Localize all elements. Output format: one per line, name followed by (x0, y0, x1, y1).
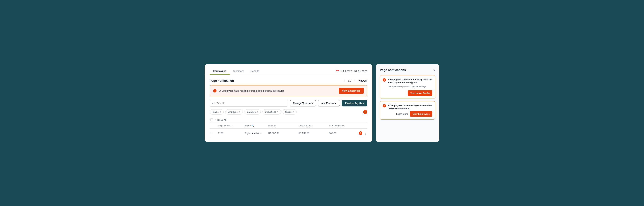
notification-card-2: ! 14 Employees have missing or incomplet… (380, 101, 435, 119)
page-notification-header: Page notification ‹ 2 /2 › View All (210, 79, 367, 83)
notif-1-desc: Configure leave pay out in pay run setti… (388, 85, 432, 88)
row-actions: ! ⋮ (359, 131, 367, 135)
filter-status[interactable]: Status ▼ (283, 109, 297, 114)
select-all-label: Select All (217, 119, 226, 121)
finalise-pay-run-button[interactable]: Finalise Pay Run (342, 100, 367, 106)
select-all-chevron[interactable]: ▼ (214, 119, 216, 121)
notif-2-primary-button[interactable]: View Employees (410, 111, 432, 117)
date-range-text: 1 Jul 2023 - 31 Jul 2023 (340, 70, 367, 73)
tab-employees[interactable]: Employees (210, 68, 230, 75)
filter-employee[interactable]: Employee ▼ (226, 109, 243, 114)
pagination-controls: ‹ 2 /2 › View All (343, 79, 367, 83)
filter-deductions[interactable]: Deductions ▼ (262, 109, 281, 114)
filter-deductions-label: Deductions (265, 111, 276, 113)
notification-card-1: ! 1 Employees scheduled for resignation … (380, 75, 435, 99)
close-panel-button[interactable]: × (433, 69, 435, 72)
row-more-button[interactable]: ⋮ (364, 131, 367, 135)
tabs-nav: Employees Summary Reports (210, 68, 263, 75)
pagination-prev[interactable]: ‹ (343, 79, 346, 83)
filter-earnings-label: Earnings (247, 111, 256, 113)
table-row: 1178 Joyce Mashaba R1,332.68 R1,332.68 R… (210, 129, 367, 138)
filter-warning-icon: ! (363, 110, 367, 114)
banner-warning-icon: ! (213, 89, 216, 93)
notif-1-title: 1 Employees scheduled for resignation bu… (388, 78, 432, 84)
notif-1-actions: View Leave Config (383, 90, 432, 96)
notification-banner-left: ! 14 Employees have missing or incomplet… (213, 89, 284, 93)
main-card: Employees Summary Reports 📅 1 Jul 2023 -… (204, 64, 372, 142)
row-warning-icon: ! (359, 131, 362, 135)
col-emp-no: Employee No. ↓ (218, 124, 245, 127)
notif-2-secondary-button[interactable]: Learn More (396, 113, 408, 115)
row-total-earnings: R1,332.68 (298, 132, 329, 134)
notification-banner-text: 14 Employees have missing or incomplete … (218, 90, 284, 92)
tab-summary[interactable]: Summary (230, 68, 247, 75)
page-notification-title: Page notification (210, 79, 234, 83)
notif-2-title: 14 Employees have missing or incomplete … (388, 104, 432, 110)
notif-1-primary-button[interactable]: View Leave Config (408, 90, 432, 96)
filter-bar: Teams ▼ Employee ▼ Earnings ▼ Deductions… (210, 109, 367, 114)
panel-title: Page notifications (380, 68, 406, 72)
row-name: Joyce Mashaba (245, 132, 268, 134)
sort-icon[interactable]: ↓ (232, 125, 234, 127)
notification-banner: ! 14 Employees have missing or incomplet… (210, 85, 367, 96)
name-search-icon[interactable]: 🔍 (252, 125, 254, 127)
col-total-earnings: Total earnings (298, 124, 329, 127)
col-checkbox (210, 124, 218, 127)
pagination-text: 2 /2 (348, 79, 351, 82)
chevron-down-icon: ▼ (292, 111, 294, 113)
notif-2-header: ! 14 Employees have missing or incomplet… (383, 104, 432, 110)
add-employee-button[interactable]: Add Employee (318, 100, 340, 106)
page-content: Page notification ‹ 2 /2 › View All ! 14… (204, 75, 372, 142)
select-all-checkbox[interactable] (210, 119, 213, 121)
chevron-down-icon: ▼ (256, 111, 258, 113)
col-net-total: Net total (268, 124, 298, 127)
view-all-button[interactable]: View All (358, 79, 367, 82)
col-name: Name 🔍 (245, 124, 268, 127)
notif-1-icon: ! (383, 78, 386, 82)
col-actions (359, 124, 367, 127)
date-range: 📅 1 Jul 2023 - 31 Jul 2023 (336, 70, 367, 73)
view-employees-banner-button[interactable]: View Employees (339, 88, 364, 94)
filter-status-label: Status (285, 111, 292, 113)
filter-teams[interactable]: Teams ▼ (210, 109, 224, 114)
table-column-headers: Employee No. ↓ Name 🔍 Net total Total ea… (210, 123, 367, 129)
filter-employee-label: Employee (228, 111, 238, 113)
panel-header: Page notifications × (380, 68, 435, 72)
calendar-icon: 📅 (336, 70, 339, 73)
row-checkbox[interactable] (210, 132, 212, 134)
tab-reports[interactable]: Reports (247, 68, 263, 75)
select-all-row: ▼ Select All (210, 117, 367, 123)
chevron-down-icon: ▼ (239, 111, 240, 113)
col-total-deductions: Total deductions (329, 124, 359, 127)
notif-2-actions: Learn More View Employees (383, 111, 432, 117)
row-total-deductions: R40.00 (329, 132, 359, 134)
manage-templates-button[interactable]: Manage Templates (290, 100, 316, 106)
row-net-total: R1,332.68 (268, 132, 298, 134)
row-emp-no: 1178 (218, 132, 245, 134)
notifications-panel: Page notifications × ! 1 Employees sched… (376, 64, 440, 142)
tabs-header: Employees Summary Reports 📅 1 Jul 2023 -… (204, 64, 372, 75)
action-bar: ●○ Manage Templates Add Employee Finalis… (210, 100, 367, 107)
notif-1-header: ! 1 Employees scheduled for resignation … (383, 78, 432, 84)
search-container: ●○ (210, 100, 288, 107)
filter-earnings[interactable]: Earnings ▼ (244, 109, 261, 114)
search-icon: ●○ (212, 102, 215, 105)
row-checkbox-cell (210, 132, 218, 135)
search-input[interactable] (210, 100, 288, 107)
notif-2-icon: ! (383, 104, 386, 107)
pagination-next[interactable]: › (354, 79, 356, 83)
chevron-down-icon: ▼ (220, 111, 221, 113)
chevron-down-icon: ▼ (277, 111, 278, 113)
filter-teams-label: Teams (212, 111, 218, 113)
